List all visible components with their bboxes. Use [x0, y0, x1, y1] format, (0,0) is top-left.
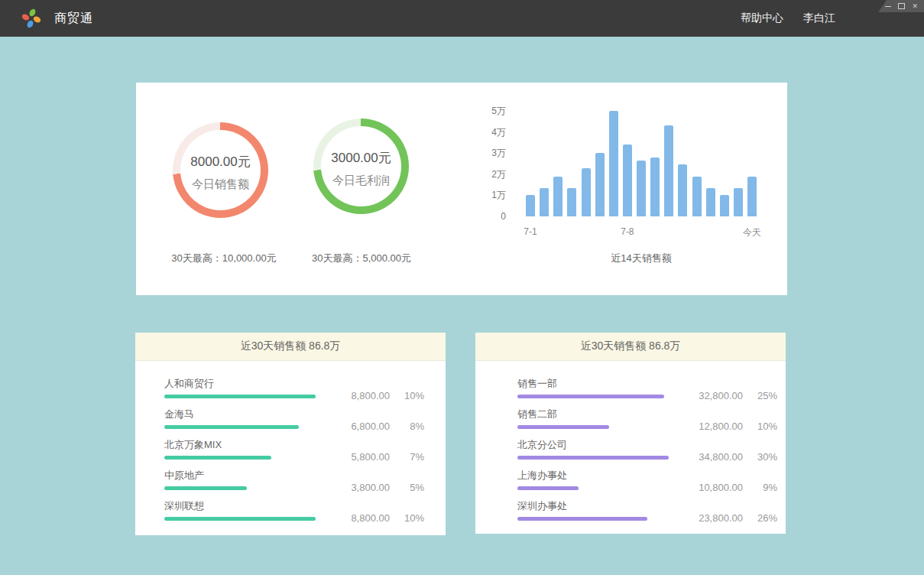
bar-chart-plot: 7-17-8今天 [526, 111, 757, 216]
y-axis-tick: 2万 [491, 170, 506, 179]
bar-day-2 [540, 188, 549, 216]
row-percent: 30% [743, 451, 777, 463]
bar-day-3 [553, 177, 563, 216]
row-progress-bar [517, 395, 664, 398]
row-percent: 9% [743, 482, 777, 493]
y-axis-tick: 1万 [491, 190, 506, 200]
row-name: 中原地产 [164, 469, 317, 482]
row-name: 人和商贸行 [164, 378, 317, 390]
row-amount: 32,800.00 [670, 390, 743, 401]
bar-day-8: 7-8 [623, 145, 632, 216]
row-percent: 26% [743, 512, 777, 524]
donut-chart-today-sales: 8000.00元 今日销售额 [173, 122, 268, 218]
sales-14d-bar-chart: 5万4万3万2万1万0 7-17-8今天 近14天销售额 [465, 106, 778, 289]
panel-row: 北京分公司34,800.0030% [475, 439, 786, 460]
row-name: 深圳办事处 [517, 500, 670, 512]
row-name: 上海办事处 [517, 469, 670, 482]
row-name: 销售二部 [517, 408, 670, 421]
row-name: 深圳联想 [164, 500, 317, 512]
app-logo-pinwheel-icon [20, 7, 43, 30]
row-progress-bar [164, 425, 299, 429]
panel-row: 销售一部32,800.0025% [475, 378, 786, 398]
y-axis-tick: 5万 [491, 106, 506, 115]
donut-footnote-profit-max: 30天最高：5,000.00元 [274, 252, 449, 265]
donut-label: 今日毛利润 [332, 174, 390, 188]
x-axis-tick: 7-8 [621, 226, 634, 237]
row-progress-bar [517, 517, 647, 521]
row-amount: 8,800.00 [317, 512, 390, 524]
row-amount: 8,800.00 [317, 390, 390, 401]
bar-day-9 [637, 161, 646, 216]
row-percent: 10% [743, 421, 777, 432]
bar-day-14 [706, 188, 715, 216]
row-amount: 23,800.00 [670, 512, 743, 524]
bar-day-17: 今天 [747, 177, 757, 216]
bar-chart-title: 近14天销售额 [526, 252, 757, 265]
y-axis-tick: 0 [501, 212, 506, 221]
bar-day-6 [595, 153, 605, 216]
row-name: 北京万象MIX [164, 439, 317, 451]
y-axis-tick: 4万 [491, 128, 506, 137]
panel-header: 近30天销售额 86.8万 [475, 333, 786, 361]
maximize-button[interactable] [898, 3, 905, 9]
panel-header: 近30天销售额 86.8万 [135, 333, 446, 361]
close-button[interactable]: ✕ [912, 3, 918, 10]
row-progress-bar [164, 395, 316, 398]
panel-row: 上海办事处10,800.009% [475, 469, 786, 490]
row-amount: 3,800.00 [317, 482, 390, 493]
panel-row: 销售二部12,800.0010% [475, 408, 786, 429]
sales-by-customer-panel: 近30天销售额 86.8万 人和商贸行8,800.0010%金海马6,800.0… [135, 333, 446, 535]
bar-day-13 [692, 177, 702, 216]
panel-row: 人和商贸行8,800.0010% [135, 378, 446, 398]
row-name: 销售一部 [517, 378, 670, 390]
row-progress-bar [164, 517, 316, 521]
bar-chart-y-axis: 5万4万3万2万1万0 [465, 106, 506, 228]
row-name: 金海马 [164, 408, 317, 421]
donut-value: 3000.00元 [331, 149, 391, 167]
x-axis-tick: 7-1 [524, 226, 537, 237]
bar-day-16 [734, 188, 743, 216]
bar-day-1: 7-1 [526, 195, 535, 216]
donut-value: 8000.00元 [190, 153, 250, 171]
bar-day-10 [650, 158, 660, 216]
panel-rows: 人和商贸行8,800.0010%金海马6,800.008%北京万象MIX5,80… [135, 361, 446, 521]
bar-day-11 [664, 125, 673, 216]
row-percent: 7% [390, 451, 424, 463]
help-center-link[interactable]: 帮助中心 [741, 11, 783, 25]
overview-card: 8000.00元 今日销售额 3000.00元 今日毛利润 30天最高：10,0… [136, 83, 787, 295]
row-amount: 5,800.00 [317, 451, 390, 463]
bar-day-7 [609, 111, 618, 216]
user-menu[interactable]: 李白江 [803, 11, 835, 25]
window-controls: ✕ [878, 0, 924, 12]
y-axis-tick: 3万 [491, 148, 506, 158]
bar-day-4 [567, 188, 576, 216]
sales-by-department-panel: 近30天销售额 86.8万 销售一部32,800.0025%销售二部12,800… [475, 333, 786, 534]
row-amount: 34,800.00 [670, 451, 743, 463]
row-amount: 10,800.00 [670, 482, 743, 493]
row-percent: 25% [743, 390, 777, 401]
donut-chart-today-profit: 3000.00元 今日毛利润 [313, 119, 409, 214]
row-name: 北京分公司 [517, 439, 670, 451]
panel-rows: 销售一部32,800.0025%销售二部12,800.0010%北京分公司34,… [475, 361, 786, 521]
row-progress-bar [164, 486, 247, 490]
bar-day-12 [678, 164, 687, 216]
row-amount: 6,800.00 [317, 421, 390, 432]
titlebar-menu: 帮助中心 李白江 [741, 0, 835, 37]
x-axis-tick: 今天 [743, 226, 761, 239]
app-title: 商贸通 [54, 11, 93, 27]
titlebar: 商贸通 帮助中心 李白江 ✕ [0, 0, 924, 37]
app-window: 商贸通 帮助中心 李白江 ✕ 8000.00元 今日销售额 3000.00元 今… [0, 0, 924, 575]
row-percent: 8% [390, 421, 424, 432]
titlebar-brand: 商贸通 [20, 0, 93, 37]
row-amount: 12,800.00 [670, 421, 743, 432]
bar-day-5 [582, 168, 591, 217]
bar-day-15 [720, 195, 729, 216]
row-percent: 10% [390, 512, 424, 524]
panel-row: 中原地产3,800.005% [135, 469, 446, 490]
panel-row: 北京万象MIX5,800.007% [135, 439, 446, 460]
row-percent: 10% [390, 390, 424, 401]
minimize-button[interactable] [885, 6, 891, 7]
row-percent: 5% [390, 482, 424, 493]
row-progress-bar [517, 425, 609, 429]
panel-row: 深圳办事处23,800.0026% [475, 500, 786, 521]
